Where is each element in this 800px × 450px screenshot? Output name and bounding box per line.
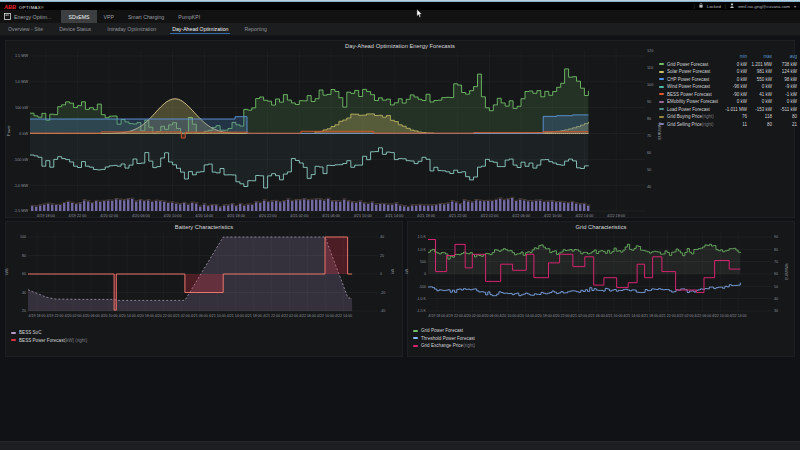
series-swatch [659,78,664,80]
abb-title-bar: ABB OPTIMAX® | Locked | emil.iso-gng@cus… [0,2,800,10]
panel-title[interactable]: Day-Ahead Optimization Energy Forecasts [6,43,794,49]
subnav-intraday-optimization[interactable]: Intraday Optimization [100,23,163,35]
subnav-device-status[interactable]: Device Status [52,23,98,35]
chevron-down-icon[interactable]: ▾ [794,4,796,9]
subnav-day-ahead-optimization[interactable]: Day-Ahead Optimization [165,23,235,35]
panel-title[interactable]: Grid Characteristics [408,224,794,230]
subnav-overview-site[interactable]: Overview - Site [1,23,50,35]
legend-row-bess-power-forecast[interactable]: BESS Power Forecast-90 kW41 kW-1 kW [659,91,797,99]
main-chart-legend: xminmaxavgGrid Power Forecast0 kW1.201 M… [659,54,797,128]
primary-tab-bar: Energy Optim... SDxEMSVPPSmart ChargingP… [0,10,800,23]
app-menu[interactable]: Energy Optim... [0,10,56,23]
dashboard-icon [4,13,11,21]
battery-chart-legend: BESS SoCBESS Power Forecast [kW] (right) [11,329,87,344]
secondary-nav: Overview - SiteDevice StatusIntraday Opt… [0,23,800,36]
separator: | [725,3,726,9]
user-menu[interactable]: emil.iso-gng@cusana.com [738,4,790,9]
series-swatch [659,123,664,125]
subnav-reporting[interactable]: Reporting [237,23,274,35]
tabs: SDxEMSVPPSmart ChargingPumpKPI [61,10,207,23]
bottom-strip [0,441,800,450]
lock-icon [699,3,703,9]
legend-row-wind-power-forecast[interactable]: Wind Power Forecast-96 kW0 kW-9 kW [659,83,797,91]
legend-row-threshold-power-forecast[interactable]: Threshold Power Forecast [413,335,475,343]
tab-sdxems[interactable]: SDxEMS [61,10,96,23]
user-icon [730,3,734,9]
series-swatch [659,101,664,103]
series-swatch [659,71,664,73]
panel-title[interactable]: Battery Characteristics [6,224,402,230]
legend-row-load-power-forecast[interactable]: Load Power Forecast-1.011 MW-153 kW-511 … [659,106,797,114]
session-area: | Locked | emil.iso-gng@cusana.com ▾ [693,2,796,10]
separator: | [693,3,694,9]
legend-row-bess-power-forecast[interactable]: BESS Power Forecast [kW] (right) [11,337,87,345]
series-swatch [659,63,664,65]
series-swatch [659,116,664,118]
legend-row-solar-power-forecast[interactable]: Solar Power Forecast0 kW981 kW124 kW [659,68,797,76]
series-swatch [659,93,664,95]
tab-vpp[interactable]: VPP [97,10,121,23]
tab-smart-charging[interactable]: Smart Charging [121,10,171,23]
legend-row-chp-power-forecast[interactable]: CHP Power Forecast0 kW550 kW98 kW [659,76,797,84]
lock-status[interactable]: Locked [707,4,721,9]
legend-row-grid-power-forecast[interactable]: Grid Power Forecast0 kW1.201 MW738 kW [659,61,797,69]
series-swatch [659,86,664,88]
grid-chart-legend: Grid Power ForecastThreshold Power Forec… [413,327,475,350]
app-menu-label: Energy Optim... [14,14,51,20]
tab-pumpkpi[interactable]: PumpKPI [171,10,207,23]
legend-row-grid-selling-price[interactable]: Grid Selling Price (right)118021 [659,121,797,129]
legend-row-bess-soc[interactable]: BESS SoC [11,329,87,337]
legend-row-grid-buying-price[interactable]: Grid Buying Price (right)7611880 [659,113,797,121]
legend-row-emobility-power-forecast[interactable]: EMobility Power Forecast0 kW0 kW0 kW [659,98,797,106]
legend-row-grid-power-forecast[interactable]: Grid Power Forecast [413,327,475,335]
mouse-cursor [416,9,423,19]
legend-row-grid-exchange-price[interactable]: Grid Exchange Price (right) [413,342,475,350]
series-swatch [659,108,664,110]
